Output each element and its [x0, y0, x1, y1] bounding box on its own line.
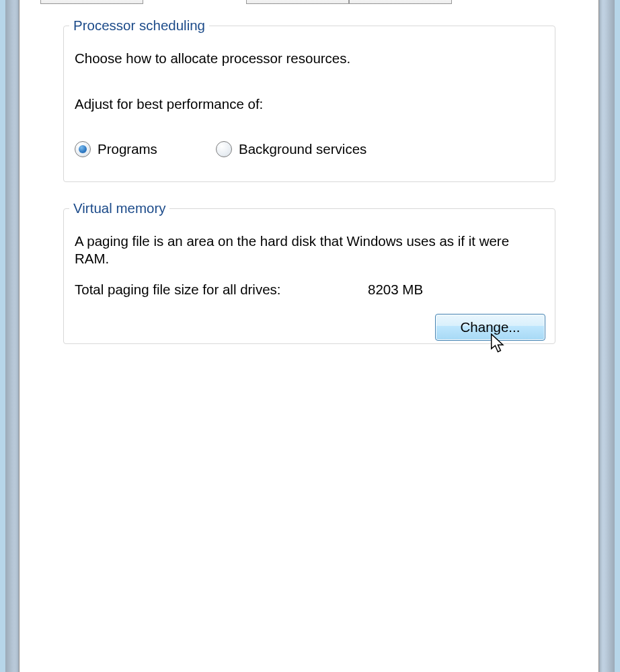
- app-background: Processor scheduling Choose how to alloc…: [0, 0, 620, 672]
- window-shadow-left: [5, 0, 17, 672]
- radio-background-services[interactable]: Background services: [216, 141, 366, 157]
- window-shadow-right: [603, 0, 615, 672]
- tab-active[interactable]: [143, 0, 246, 4]
- radio-background-label: Background services: [239, 141, 366, 157]
- performance-options-tabpage: Processor scheduling Choose how to alloc…: [40, 0, 578, 672]
- change-button[interactable]: Change...: [435, 314, 545, 341]
- window-frame-right: [615, 0, 620, 672]
- tab-partial-2[interactable]: [246, 0, 349, 4]
- radio-icon: [216, 141, 232, 157]
- processor-scheduling-subhead: Adjust for best performance of:: [75, 95, 263, 113]
- virtual-memory-total-value: 8203 MB: [368, 281, 423, 298]
- radio-icon: [75, 141, 91, 157]
- radio-programs-label: Programs: [98, 141, 157, 157]
- radio-programs[interactable]: Programs: [75, 141, 157, 157]
- virtual-memory-total-label: Total paging file size for all drives:: [75, 281, 281, 298]
- tab-partial-1[interactable]: [40, 0, 143, 4]
- tabstrip: [40, 0, 578, 4]
- window-frame-left: [0, 0, 5, 672]
- tab-partial-3[interactable]: [349, 0, 452, 4]
- virtual-memory-legend: Virtual memory: [69, 200, 169, 216]
- processor-scheduling-group: Processor scheduling Choose how to alloc…: [63, 17, 555, 182]
- virtual-memory-desc: A paging file is an area on the hard dis…: [75, 233, 545, 267]
- virtual-memory-group: Virtual memory A paging file is an area …: [63, 200, 555, 344]
- processor-scheduling-desc: Choose how to allocate processor resourc…: [75, 50, 350, 67]
- processor-scheduling-legend: Processor scheduling: [69, 17, 209, 34]
